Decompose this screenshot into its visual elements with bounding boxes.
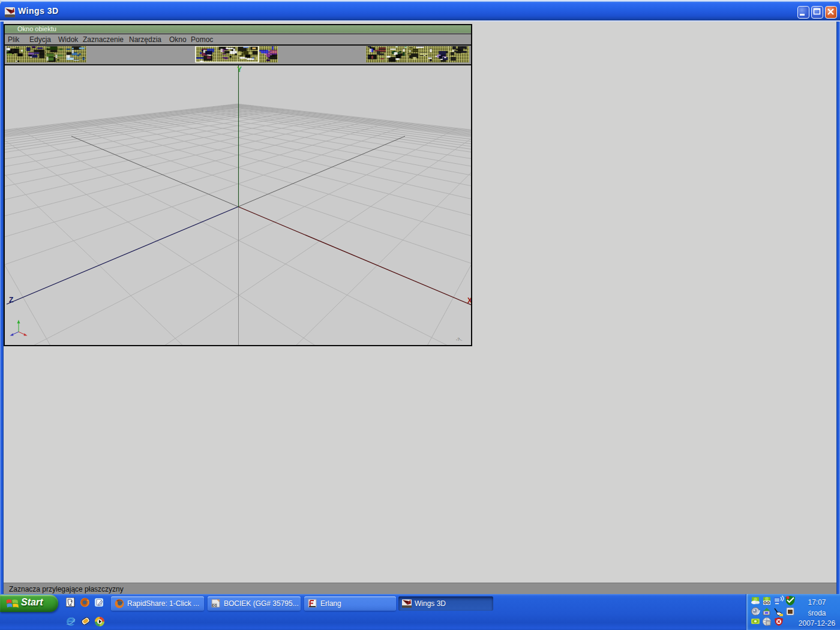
- svg-text:-?-.: -?-.: [456, 337, 463, 341]
- svg-text:Z: Z: [9, 296, 13, 304]
- svg-text:X: X: [467, 296, 471, 305]
- svg-text:Y: Y: [237, 65, 242, 74]
- svg-text:GG: GG: [212, 604, 217, 607]
- svg-text:GG: GG: [764, 601, 770, 605]
